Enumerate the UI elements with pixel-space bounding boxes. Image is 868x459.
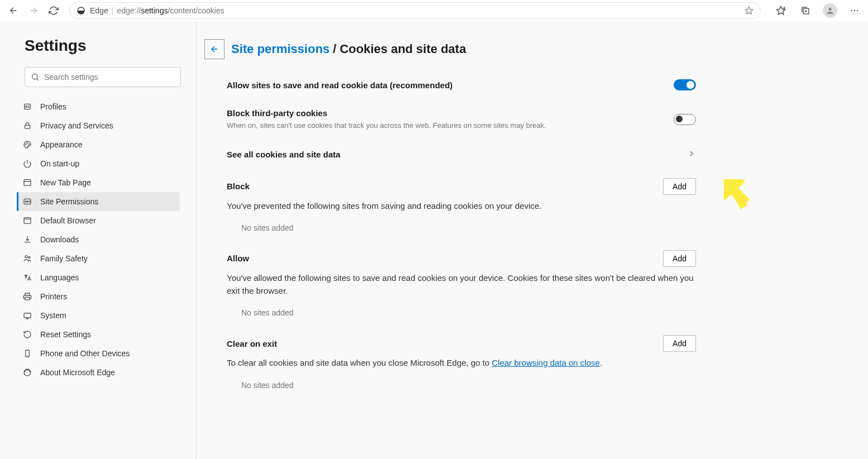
permissions-icon	[22, 197, 32, 206]
address-bar[interactable]: Edge | edge://settings/content/cookies	[69, 2, 761, 19]
site-identity-label: Edge	[90, 6, 108, 15]
settings-sidebar: Settings Profiles Privacy and Services A…	[0, 21, 197, 459]
clear-on-exit-desc: To clear all cookies and site data when …	[227, 356, 696, 369]
clear-on-exit-title: Clear on exit	[227, 339, 277, 348]
allow-sites-empty: No sites added	[241, 308, 696, 317]
sidebar-item-label: New Tab Page	[40, 178, 91, 187]
sidebar-item-site-permissions[interactable]: Site Permissions	[17, 192, 180, 211]
sidebar-item-system[interactable]: System	[17, 306, 180, 325]
sidebar-item-label: Site Permissions	[40, 197, 98, 206]
reset-icon	[22, 330, 32, 339]
page-title: Cookies and site data	[340, 42, 466, 56]
sidebar-item-newtab[interactable]: New Tab Page	[17, 173, 180, 192]
favorites-icon	[776, 6, 786, 16]
clear-add-button[interactable]: Add	[663, 335, 696, 352]
favorites-button[interactable]	[772, 2, 790, 20]
svg-line-14	[37, 79, 39, 80]
profile-button[interactable]	[821, 2, 839, 20]
sidebar-item-profiles[interactable]: Profiles	[17, 97, 180, 116]
browser-icon	[22, 216, 32, 225]
breadcrumb-link[interactable]: Site permissions	[231, 42, 330, 56]
sidebar-item-phone[interactable]: Phone and Other Devices	[17, 344, 180, 363]
system-icon	[22, 311, 32, 320]
svg-point-9	[828, 8, 831, 11]
clear-browsing-data-link[interactable]: Clear browsing data on close	[492, 358, 599, 367]
printer-icon	[22, 292, 32, 301]
forward-button[interactable]	[25, 2, 42, 20]
more-icon	[850, 6, 860, 16]
back-to-permissions-button[interactable]	[204, 39, 225, 59]
sidebar-item-privacy[interactable]: Privacy and Services	[17, 116, 180, 135]
allow-cookies-toggle[interactable]	[674, 79, 696, 90]
avatar-icon	[823, 3, 837, 18]
back-button[interactable]	[4, 2, 22, 20]
sidebar-item-label: Appearance	[40, 140, 83, 149]
block-third-party-title: Block third-party cookies	[227, 108, 546, 118]
sidebar-item-languages[interactable]: Languages	[17, 268, 180, 287]
lock-icon	[22, 121, 32, 130]
sidebar-item-downloads[interactable]: Downloads	[17, 230, 180, 249]
block-no-empty: No sites added	[241, 223, 696, 232]
sidebar-item-label: Languages	[40, 273, 79, 282]
more-button[interactable]	[846, 2, 864, 20]
collections-icon	[800, 6, 810, 16]
phone-icon	[22, 349, 32, 358]
sidebar-item-printers[interactable]: Printers	[17, 287, 180, 306]
sidebar-item-appearance[interactable]: Appearance	[17, 135, 180, 154]
clear-sites-empty: No sites added	[241, 381, 696, 390]
svg-point-26	[27, 201, 28, 202]
allow-add-button[interactable]: Add	[663, 250, 696, 267]
window-icon	[22, 178, 32, 187]
svg-rect-17	[25, 125, 30, 128]
search-settings-box[interactable]	[25, 67, 181, 87]
settings-title: Settings	[25, 37, 187, 55]
svg-point-25	[25, 201, 26, 202]
see-all-cookies-title: See all cookies and site data	[227, 150, 340, 159]
settings-content: Site permissions/Cookies and site data A…	[197, 21, 868, 459]
sidebar-item-label: Reset Settings	[40, 330, 91, 339]
sidebar-item-default-browser[interactable]: Default Browser	[17, 211, 180, 230]
sidebar-item-reset[interactable]: Reset Settings	[17, 325, 180, 344]
block-section-title: Block	[227, 181, 250, 191]
sidebar-item-about[interactable]: About Microsoft Edge	[17, 363, 180, 382]
star-icon[interactable]	[745, 6, 753, 15]
browser-toolbar: Edge | edge://settings/content/cookies	[0, 0, 868, 21]
svg-point-29	[25, 256, 27, 258]
sidebar-item-label: Privacy and Services	[40, 121, 113, 130]
svg-point-18	[25, 144, 26, 145]
allow-section-desc: You've allowed the following sites to sa…	[227, 271, 696, 298]
allow-cookies-title: Allow sites to save and read cookie data…	[227, 80, 452, 90]
see-all-cookies-row[interactable]: See all cookies and site data	[227, 149, 696, 160]
sidebar-item-startup[interactable]: On start-up	[17, 154, 180, 173]
power-icon	[22, 159, 32, 168]
block-third-party-toggle[interactable]	[674, 114, 696, 125]
search-icon	[31, 73, 40, 82]
breadcrumb: Site permissions/Cookies and site data	[231, 42, 466, 56]
arrow-left-icon	[209, 44, 220, 54]
page-header: Site permissions/Cookies and site data	[204, 39, 846, 59]
svg-point-19	[27, 142, 27, 143]
svg-point-30	[28, 256, 30, 258]
svg-point-11	[854, 10, 855, 11]
sidebar-item-label: On start-up	[40, 159, 79, 168]
svg-point-13	[32, 74, 37, 79]
collections-button[interactable]	[797, 2, 814, 20]
allow-section-title: Allow	[227, 254, 249, 263]
svg-rect-22	[24, 180, 31, 186]
url-text: edge://settings/content/cookies	[117, 6, 224, 15]
block-add-button[interactable]: Add	[663, 178, 696, 195]
edge-icon	[22, 368, 32, 377]
chevron-right-icon	[687, 149, 696, 160]
svg-point-12	[857, 10, 858, 11]
svg-point-16	[26, 106, 27, 108]
refresh-button[interactable]	[45, 2, 63, 20]
search-input[interactable]	[44, 73, 175, 82]
sidebar-item-label: Default Browser	[40, 216, 96, 225]
svg-rect-31	[25, 297, 30, 300]
block-third-party-desc: When on, sites can't use cookies that tr…	[227, 120, 546, 131]
sidebar-item-label: Phone and Other Devices	[40, 349, 130, 358]
toolbar-right-icons	[767, 2, 864, 20]
sidebar-item-family-safety[interactable]: Family Safety	[17, 249, 180, 268]
sidebar-item-label: Printers	[40, 292, 67, 301]
svg-point-20	[28, 144, 29, 145]
